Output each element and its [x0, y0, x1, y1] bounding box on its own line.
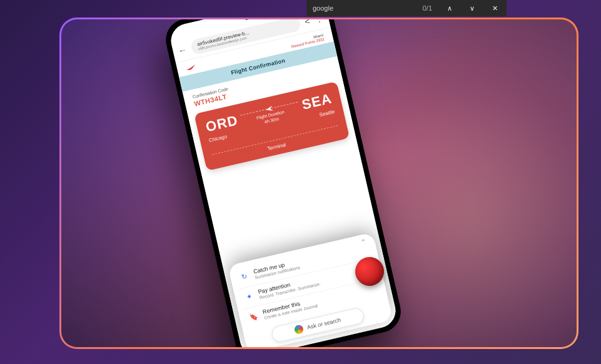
smartphone: ▴ ▮ ← air5voked9f.preview-b... uilift.pr…: [161, 19, 405, 347]
find-query[interactable]: google: [313, 4, 333, 12]
route-middle: Flight Duration 4h 30m: [236, 99, 305, 130]
find-in-page-bar: google 0/1 ∧ ∨ ✕: [306, 0, 507, 16]
page-content: Miami Reward Points 2932 Flight Confirma…: [176, 28, 399, 347]
assistant-pill-label: Ask or search: [306, 316, 341, 330]
find-count: 0/1: [423, 4, 432, 12]
back-icon[interactable]: ←: [177, 44, 188, 56]
gradient-frame: ▴ ▮ ← air5voked9f.preview-b... uilift.pr…: [59, 18, 578, 349]
origin-code: ORD: [205, 114, 240, 134]
airline-logo: [185, 63, 199, 72]
sparkle-icon: ✦: [243, 291, 255, 303]
origin: ORD Chicago: [205, 114, 241, 144]
share-icon[interactable]: <: [303, 19, 311, 26]
refresh-icon: ↻: [238, 271, 250, 283]
assistant-sheet[interactable]: ⌃ ↻ Catch me up Summarize notifications …: [228, 232, 393, 347]
find-prev-button[interactable]: ∧: [445, 4, 455, 13]
assistant-logo-icon: [294, 324, 305, 335]
photo-background: ▴ ▮ ← air5voked9f.preview-b... uilift.pr…: [61, 19, 577, 347]
find-close-button[interactable]: ✕: [490, 4, 500, 13]
dest-code: SEA: [301, 92, 333, 112]
destination: SEA Seattle: [301, 92, 335, 121]
bookmark-icon: 🔖: [248, 311, 260, 323]
find-next-button[interactable]: ∨: [467, 4, 477, 13]
phone-screen: ▴ ▮ ← air5voked9f.preview-b... uilift.pr…: [168, 19, 399, 347]
overflow-menu-icon[interactable]: ⋮: [313, 19, 324, 24]
